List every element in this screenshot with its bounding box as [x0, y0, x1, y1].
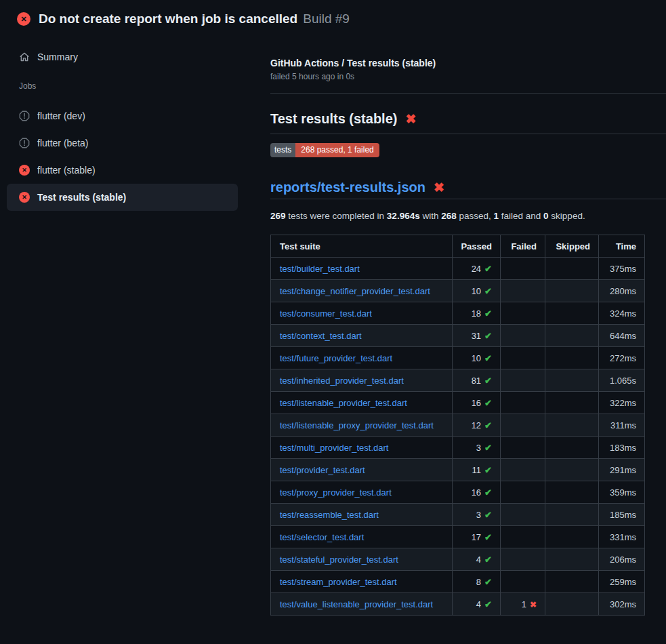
passed-check-icon: ✔	[484, 331, 492, 341]
passed-check-icon: ✔	[484, 308, 492, 319]
failed-cell: ✖	[501, 302, 545, 325]
passed-cell: 81✔	[453, 369, 501, 392]
main-content: GitHub Actions / Test results (stable) f…	[259, 32, 666, 616]
failed-x-icon: ✖	[434, 181, 444, 194]
time-cell: 206ms	[599, 548, 645, 571]
failed-cell: ✖	[501, 280, 545, 302]
suite-link[interactable]: test/change_notifier_provider_test.dart	[280, 286, 430, 296]
suite-cell: test/stream_provider_test.dart	[271, 571, 453, 593]
sidebar-summary-label: Summary	[37, 52, 78, 62]
passed-cell: 3✔	[453, 437, 501, 459]
passed-count: 18	[472, 308, 481, 319]
column-header-test-suite: Test suite	[271, 235, 453, 258]
failed-cell: ✖	[501, 571, 545, 593]
summary-part: passed,	[457, 211, 494, 221]
suite-link[interactable]: test/proxy_provider_test.dart	[280, 487, 392, 498]
suite-link[interactable]: test/future_provider_test.dart	[280, 353, 392, 363]
passed-count: 31	[472, 331, 481, 341]
suite-link[interactable]: test/stateful_provider_test.dart	[280, 555, 398, 565]
suite-link[interactable]: test/selector_test.dart	[280, 532, 364, 542]
suite-link[interactable]: test/provider_test.dart	[280, 465, 365, 475]
skipped-cell	[545, 481, 599, 504]
suite-link[interactable]: test/stream_provider_test.dart	[280, 577, 397, 587]
skipped-cell	[545, 369, 599, 392]
report-file-link[interactable]: reports/test-results.json	[270, 180, 425, 195]
skipped-cell	[545, 302, 599, 325]
time-cell: 183ms	[599, 437, 645, 459]
suite-cell: test/value_listenable_provider_test.dart	[271, 593, 453, 616]
suite-link[interactable]: test/multi_provider_test.dart	[280, 443, 388, 453]
report-file-heading: reports/test-results.json ✖	[270, 180, 666, 199]
passed-cell: 16✔	[453, 481, 501, 504]
time-cell: 185ms	[599, 504, 645, 526]
time-cell: 280ms	[599, 280, 645, 302]
suite-link[interactable]: test/builder_test.dart	[280, 264, 360, 274]
passed-count: 10	[472, 286, 481, 296]
passed-cell: 24✔	[453, 258, 501, 280]
time-cell: 311ms	[599, 414, 645, 437]
results-table-body: test/builder_test.dart 24✔ ✖ 375ms test/…	[271, 258, 645, 616]
passed-count: 12	[472, 420, 481, 430]
time-cell: 375ms	[599, 258, 645, 280]
table-row: test/reassemble_test.dart 3✔ ✖ 185ms	[271, 504, 645, 526]
skipped-cell	[545, 258, 599, 280]
page-header: ✕ Do not create report when job is cance…	[0, 0, 666, 32]
suite-link[interactable]: test/listenable_proxy_provider_test.dart	[280, 420, 434, 430]
suite-cell: test/stateful_provider_test.dart	[271, 548, 453, 571]
time-value: 1.065s	[610, 376, 636, 386]
passed-cell: 12✔	[453, 414, 501, 437]
table-row: test/provider_test.dart 11✔ ✖ 291ms	[271, 459, 645, 481]
table-row: test/listenable_proxy_provider_test.dart…	[271, 414, 645, 437]
sidebar-job-item[interactable]: ✕ Test results (stable)	[7, 184, 238, 211]
passed-check-icon: ✔	[484, 465, 492, 475]
failed-cell: ✖	[501, 526, 545, 548]
suite-link[interactable]: test/consumer_test.dart	[280, 308, 372, 319]
failed-cell: ✖	[501, 325, 545, 347]
failed-cell: ✖	[501, 459, 545, 481]
sidebar-job-item[interactable]: ✕ flutter (beta)	[7, 129, 238, 157]
column-header-failed: Failed	[501, 235, 545, 258]
sidebar-job-item[interactable]: ✕ flutter (dev)	[7, 102, 238, 129]
time-value: 644ms	[610, 331, 636, 341]
passed-count: 4	[476, 599, 481, 609]
suite-link[interactable]: test/value_listenable_provider_test.dart	[280, 599, 433, 609]
results-heading-text: Test results (stable)	[270, 111, 397, 127]
jobs-section-label: Jobs	[7, 81, 254, 91]
time-cell: 302ms	[599, 593, 645, 616]
badge-label: tests	[270, 143, 295, 157]
results-table: Test suite Passed Failed Skipped Time te…	[270, 235, 645, 616]
summary-part: skipped.	[549, 211, 585, 221]
table-row: test/consumer_test.dart 18✔ ✖ 324ms	[271, 302, 645, 325]
passed-cell: 4✔	[453, 593, 501, 616]
suite-link[interactable]: test/reassemble_test.dart	[280, 510, 379, 520]
time-value: 375ms	[610, 264, 636, 274]
failed-cell: ✖	[501, 369, 545, 392]
passed-count: 4	[476, 555, 481, 565]
job-label: flutter (beta)	[37, 138, 88, 148]
passed-cell: 31✔	[453, 325, 501, 347]
passed-count: 24	[472, 264, 481, 274]
failed-cell: ✖	[501, 258, 545, 280]
sidebar-item-summary[interactable]: Summary	[7, 47, 238, 66]
job-label: flutter (dev)	[37, 110, 85, 121]
jobs-list: ✕ flutter (dev) ✕ flutter (beta) ✕ flutt…	[7, 102, 254, 211]
suite-cell: test/consumer_test.dart	[271, 302, 453, 325]
passed-check-icon: ✔	[484, 353, 492, 363]
tests-badge: tests 268 passed, 1 failed	[270, 143, 379, 157]
failed-count: 1	[522, 599, 526, 609]
suite-link[interactable]: test/listenable_provider_test.dart	[280, 398, 407, 408]
failed-x-icon: ✖	[530, 600, 537, 609]
failed-cell: ✖	[501, 548, 545, 571]
failed-status-icon: ✕	[19, 165, 30, 176]
failed-cell: ✖	[501, 504, 545, 526]
skipped-cell	[545, 459, 599, 481]
sidebar-job-item[interactable]: ✕ flutter (stable)	[7, 157, 238, 184]
skipped-cell	[545, 347, 599, 369]
table-row: test/stateful_provider_test.dart 4✔ ✖ 20…	[271, 548, 645, 571]
time-cell: 359ms	[599, 481, 645, 504]
passed-cell: 18✔	[453, 302, 501, 325]
passed-cell: 4✔	[453, 548, 501, 571]
passed-cell: 17✔	[453, 526, 501, 548]
suite-link[interactable]: test/inherited_provider_test.dart	[280, 376, 404, 386]
suite-link[interactable]: test/context_test.dart	[280, 331, 362, 341]
